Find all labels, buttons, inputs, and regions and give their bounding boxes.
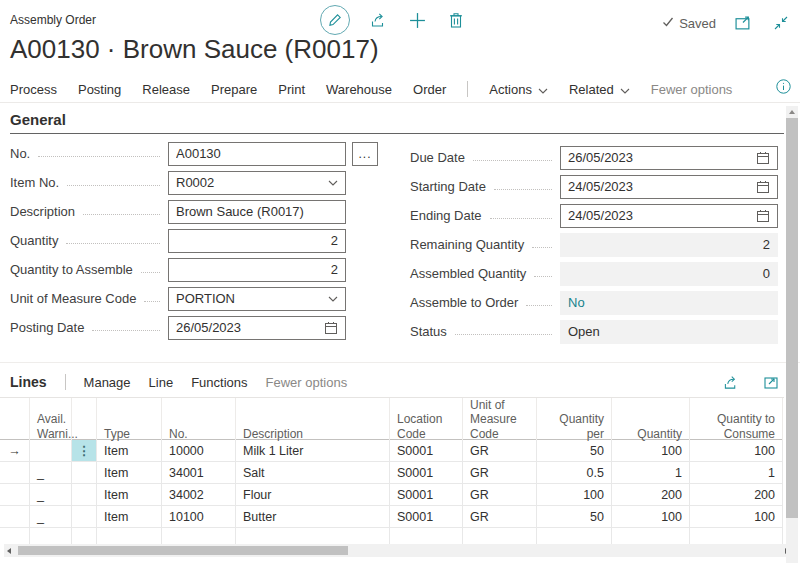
- cell-no[interactable]: 10000: [162, 440, 236, 461]
- row-menu-icon[interactable]: [72, 462, 97, 483]
- lines-section-heading[interactable]: Lines: [10, 374, 47, 390]
- horizontal-scrollbar-thumb[interactable]: [18, 546, 348, 555]
- cell-quantity-to-consume[interactable]: 100: [690, 506, 783, 527]
- menu-process[interactable]: Process: [10, 82, 57, 97]
- unit-of-measure-input[interactable]: PORTION: [168, 287, 346, 311]
- table-row[interactable]: _ Item 10100 Butter S0001 GR 50 100 100: [0, 506, 783, 528]
- cell-quantity-to-consume[interactable]: 1: [690, 462, 783, 483]
- cell-quantity-per[interactable]: 100: [537, 484, 612, 505]
- col-quantity[interactable]: Quantity: [612, 398, 690, 446]
- general-section-heading[interactable]: General: [10, 111, 66, 128]
- item-no-input[interactable]: R0002: [168, 171, 346, 195]
- calendar-icon[interactable]: [756, 209, 770, 223]
- table-row[interactable]: → ⋮ Item 10000 Milk 1 Liter S0001 GR 50 …: [0, 440, 783, 462]
- lines-fewer-options-button[interactable]: Fewer options: [266, 375, 348, 390]
- col-avail-warning[interactable]: Avail. Warni...: [30, 398, 72, 446]
- col-quantity-to-consume[interactable]: Quantity to Consume: [690, 398, 783, 446]
- cell-quantity[interactable]: 200: [612, 484, 690, 505]
- col-quantity-per[interactable]: Quantity per: [537, 398, 612, 446]
- chevron-down-icon[interactable]: [328, 296, 338, 302]
- open-in-new-window-icon[interactable]: [732, 12, 754, 34]
- cell-no[interactable]: 10100: [162, 506, 236, 527]
- menu-posting[interactable]: Posting: [78, 82, 121, 97]
- cell-type[interactable]: Item: [97, 440, 162, 461]
- quantity-input[interactable]: 2: [168, 229, 346, 253]
- vertical-scrollbar[interactable]: [786, 106, 798, 563]
- col-no[interactable]: No.: [162, 398, 236, 446]
- calendar-icon[interactable]: [324, 321, 338, 335]
- menu-release[interactable]: Release: [142, 82, 190, 97]
- cell-location-code[interactable]: S0001: [390, 440, 463, 461]
- row-menu-icon[interactable]: ⋮: [72, 440, 97, 461]
- open-in-new-icon[interactable]: [760, 371, 782, 393]
- cell-description[interactable]: Milk 1 Liter: [236, 440, 390, 461]
- delete-icon[interactable]: [445, 9, 467, 31]
- no-assist-button[interactable]: ...: [352, 142, 378, 166]
- add-icon[interactable]: [406, 9, 428, 31]
- cell-quantity[interactable]: 100: [612, 440, 690, 461]
- quantity-to-assemble-input[interactable]: 2: [168, 258, 346, 282]
- ending-date-input[interactable]: 24/05/2023: [560, 204, 778, 228]
- cell-quantity-per[interactable]: 0.5: [537, 462, 612, 483]
- cell-quantity-per[interactable]: 50: [537, 506, 612, 527]
- cell-no[interactable]: 34002: [162, 484, 236, 505]
- vertical-scrollbar-thumb[interactable]: [786, 118, 798, 518]
- horizontal-scrollbar[interactable]: [4, 544, 792, 557]
- cell-quantity[interactable]: 100: [612, 506, 690, 527]
- assemble-to-order-value[interactable]: No: [560, 291, 778, 315]
- cell-quantity[interactable]: 1: [612, 462, 690, 483]
- no-input[interactable]: A00130: [168, 142, 346, 166]
- info-icon[interactable]: [776, 79, 791, 97]
- cell-type[interactable]: Item: [97, 506, 162, 527]
- scroll-up-icon[interactable]: [789, 110, 795, 114]
- col-description[interactable]: Description: [236, 398, 390, 446]
- lines-menu-line[interactable]: Line: [149, 375, 174, 390]
- posting-date-input[interactable]: 26/05/2023: [168, 316, 346, 340]
- cell-location-code[interactable]: S0001: [390, 506, 463, 527]
- cell-quantity-to-consume[interactable]: 100: [690, 440, 783, 461]
- cell-type[interactable]: Item: [97, 484, 162, 505]
- menu-actions[interactable]: Actions: [489, 82, 548, 97]
- cell-no[interactable]: 34001: [162, 462, 236, 483]
- menu-prepare[interactable]: Prepare: [211, 82, 257, 97]
- chevron-down-icon[interactable]: [328, 180, 338, 186]
- col-unit-of-measure-code[interactable]: Unit of Measure Code: [463, 398, 537, 446]
- cell-location-code[interactable]: S0001: [390, 462, 463, 483]
- cell-description[interactable]: Butter: [236, 506, 390, 527]
- description-input[interactable]: Brown Sauce (R0017): [168, 200, 346, 224]
- share-icon[interactable]: [367, 9, 389, 31]
- cell-description[interactable]: Salt: [236, 462, 390, 483]
- scroll-left-icon[interactable]: [7, 548, 11, 554]
- fewer-options-button[interactable]: Fewer options: [651, 82, 733, 97]
- menu-order[interactable]: Order: [413, 82, 446, 97]
- col-type[interactable]: Type: [97, 398, 162, 446]
- menu-warehouse[interactable]: Warehouse: [326, 82, 392, 97]
- lines-menu-functions[interactable]: Functions: [191, 375, 247, 390]
- calendar-icon[interactable]: [756, 151, 770, 165]
- cell-description[interactable]: Flour: [236, 484, 390, 505]
- edit-icon[interactable]: [320, 5, 350, 35]
- cell-unit-of-measure-code[interactable]: GR: [463, 484, 537, 505]
- row-menu-icon[interactable]: [72, 484, 97, 505]
- table-row[interactable]: _ Item 34001 Salt S0001 GR 0.5 1 1: [0, 462, 783, 484]
- col-location-code[interactable]: Location Code: [390, 398, 463, 446]
- cell-unit-of-measure-code[interactable]: GR: [463, 440, 537, 461]
- share-icon[interactable]: [720, 371, 742, 393]
- cell-location-code[interactable]: S0001: [390, 484, 463, 505]
- cell-quantity-to-consume[interactable]: 200: [690, 484, 783, 505]
- table-row[interactable]: _ Item 34002 Flour S0001 GR 100 200 200: [0, 484, 783, 506]
- due-date-input[interactable]: 26/05/2023: [560, 146, 778, 170]
- cell-unit-of-measure-code[interactable]: GR: [463, 462, 537, 483]
- cell-quantity-per[interactable]: 50: [537, 440, 612, 461]
- menu-related[interactable]: Related: [569, 82, 630, 97]
- collapse-icon[interactable]: [770, 12, 792, 34]
- menu-print[interactable]: Print: [278, 82, 305, 97]
- lines-menu-manage[interactable]: Manage: [84, 375, 131, 390]
- row-menu-icon[interactable]: [72, 506, 97, 527]
- calendar-icon[interactable]: [756, 180, 770, 194]
- cell-type[interactable]: Item: [97, 462, 162, 483]
- starting-date-input[interactable]: 24/05/2023: [560, 175, 778, 199]
- dotted-leader: [494, 189, 552, 190]
- ribbon-divider-line: [0, 102, 800, 103]
- cell-unit-of-measure-code[interactable]: GR: [463, 506, 537, 527]
